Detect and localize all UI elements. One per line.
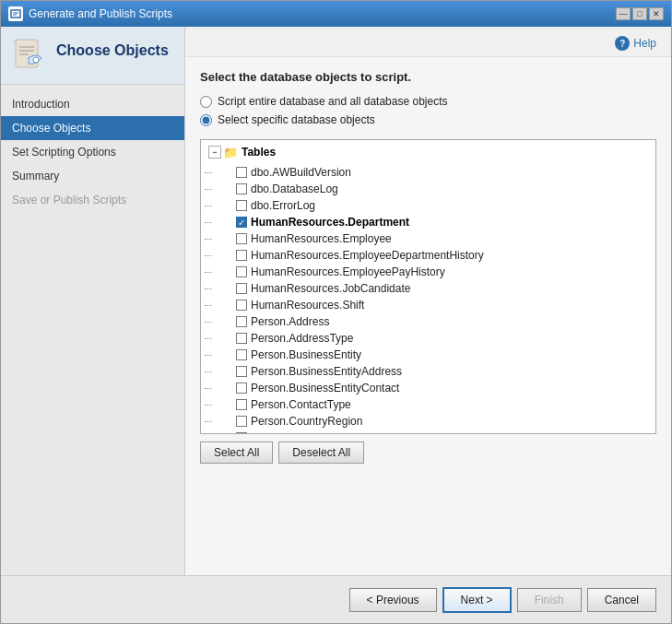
select-all-button[interactable]: Select All [200, 442, 273, 464]
tree-item-label: Person.AddressType [251, 332, 353, 345]
tree-items: dbo.AWBuildVersion dbo.DatabaseLog dbo.E… [201, 164, 655, 434]
tables-label: Tables [242, 146, 276, 159]
title-bar-icon [8, 6, 23, 21]
tree-item-checkbox[interactable] [236, 333, 247, 344]
sidebar: Choose Objects Introduction Choose Objec… [1, 27, 185, 575]
tree-item-label: Person.BusinessEntity [251, 348, 361, 361]
tree-item[interactable]: HumanResources.JobCandidate [201, 280, 655, 297]
tree-item-checkbox[interactable] [236, 383, 247, 394]
sidebar-item-choose-objects[interactable]: Choose Objects [1, 116, 184, 140]
folder-icon: 📁 [223, 146, 238, 159]
radio-option-all[interactable]: Script entire database and all database … [200, 95, 656, 108]
tree-item[interactable]: Person.EmailAddress [201, 430, 655, 434]
tree-item[interactable]: HumanResources.EmployeeDepartmentHistory [201, 247, 655, 264]
tree-item-checkbox[interactable] [236, 283, 247, 294]
title-bar-controls: — □ ✕ [616, 7, 664, 20]
main-content: Select the database objects to script. S… [185, 57, 671, 575]
footer: < Previous Next > Finish Cancel [1, 575, 671, 623]
sidebar-item-save-publish: Save or Publish Scripts [1, 188, 184, 212]
tree-item[interactable]: Person.CountryRegion [201, 413, 655, 430]
title-bar: Generate and Publish Scripts — □ ✕ [1, 1, 671, 27]
sidebar-header-icon [10, 38, 47, 75]
tree-node-tables[interactable]: − 📁 Tables [201, 144, 655, 160]
tree-container[interactable]: − 📁 Tables dbo.AWBuildVersion [200, 139, 656, 434]
tree-root: − 📁 Tables [201, 140, 655, 164]
close-button[interactable]: ✕ [649, 7, 664, 20]
expand-tables-icon[interactable]: − [208, 146, 221, 159]
help-icon: ? [615, 36, 630, 51]
tree-item-label: Person.EmailAddress [251, 431, 357, 434]
buttons-row: Select All Deselect All [200, 442, 656, 464]
tree-item-checkbox[interactable] [236, 300, 247, 311]
tree-item-label: HumanResources.Shift [251, 299, 364, 312]
tree-item[interactable]: Person.ContactType [201, 396, 655, 413]
sidebar-item-summary[interactable]: Summary [1, 164, 184, 188]
tree-item[interactable]: Person.AddressType [201, 330, 655, 347]
tree-item[interactable]: Person.BusinessEntityContact [201, 380, 655, 396]
next-button[interactable]: Next > [442, 587, 512, 613]
sidebar-title: Choose Objects [56, 41, 169, 59]
tree-item-label: HumanResources.Department [251, 216, 409, 229]
tree-item-checkbox[interactable] [236, 266, 247, 277]
tree-item-checkbox[interactable] [236, 432, 247, 434]
title-bar-text: Generate and Publish Scripts [29, 7, 616, 20]
tree-item[interactable]: dbo.DatabaseLog [201, 181, 655, 197]
sidebar-item-introduction[interactable]: Introduction [1, 92, 184, 116]
tree-item-label: Person.CountryRegion [251, 415, 362, 428]
radio-specific-label: Select specific database objects [218, 113, 375, 126]
tree-item-label: HumanResources.Employee [251, 232, 392, 245]
tree-item-label: dbo.ErrorLog [251, 199, 315, 212]
tree-item-checkbox[interactable] [236, 416, 247, 427]
radio-group: Script entire database and all database … [200, 95, 656, 126]
tree-item-checkbox[interactable] [236, 399, 247, 410]
tree-item[interactable]: dbo.AWBuildVersion [201, 164, 655, 181]
help-label: Help [633, 37, 656, 50]
sidebar-item-set-scripting-options[interactable]: Set Scripting Options [1, 140, 184, 164]
main-header: ? Help [185, 27, 671, 57]
tree-item-checkbox[interactable] [236, 183, 247, 194]
finish-button: Finish [517, 588, 582, 612]
previous-button[interactable]: < Previous [349, 588, 437, 612]
radio-all[interactable] [200, 96, 212, 108]
maximize-button[interactable]: □ [632, 7, 647, 20]
tree-item-checkbox[interactable] [236, 316, 247, 327]
tree-item[interactable]: Person.Address [201, 313, 655, 330]
tree-item[interactable]: Person.BusinessEntityAddress [201, 363, 655, 380]
radio-all-label: Script entire database and all database … [218, 95, 448, 108]
main-panel: ? Help Select the database objects to sc… [185, 27, 671, 575]
tree-item-label: dbo.AWBuildVersion [251, 166, 351, 179]
help-link[interactable]: ? Help [615, 36, 656, 51]
radio-specific[interactable] [200, 114, 212, 126]
tree-item-checkbox[interactable] [236, 250, 247, 261]
tree-item-checkbox[interactable] [236, 349, 247, 360]
tree-item-label: HumanResources.JobCandidate [251, 282, 410, 295]
tree-item-checkbox[interactable] [236, 167, 247, 178]
tree-item-label: Person.BusinessEntityContact [251, 382, 399, 394]
tree-item[interactable]: HumanResources.Employee [201, 230, 655, 247]
main-window: Generate and Publish Scripts — □ ✕ [0, 0, 672, 624]
deselect-all-button[interactable]: Deselect All [278, 442, 364, 464]
tree-item-label: HumanResources.EmployeePayHistory [251, 265, 445, 278]
tree-item[interactable]: ✓ HumanResources.Department [201, 214, 655, 230]
section-title: Select the database objects to script. [200, 70, 656, 84]
tree-item-checkbox[interactable] [236, 366, 247, 377]
tree-item-label: Person.Address [251, 315, 329, 328]
tree-item[interactable]: HumanResources.Shift [201, 297, 655, 313]
tree-item[interactable]: dbo.ErrorLog [201, 197, 655, 214]
cancel-button[interactable]: Cancel [587, 588, 656, 612]
radio-option-specific[interactable]: Select specific database objects [200, 113, 656, 126]
tree-item-label: dbo.DatabaseLog [251, 182, 338, 195]
tree-item-label: HumanResources.EmployeeDepartmentHistory [251, 249, 484, 262]
svg-rect-0 [11, 10, 20, 18]
minimize-button[interactable]: — [616, 7, 631, 20]
tree-item-label: Person.BusinessEntityAddress [251, 365, 402, 378]
content-area: Choose Objects Introduction Choose Objec… [1, 27, 671, 575]
tree-item-checkbox[interactable] [236, 233, 247, 244]
tree-item[interactable]: Person.BusinessEntity [201, 347, 655, 363]
tree-item-checkbox[interactable] [236, 200, 247, 211]
sidebar-nav: Introduction Choose Objects Set Scriptin… [1, 85, 184, 575]
sidebar-header: Choose Objects [1, 27, 184, 85]
svg-point-7 [33, 57, 39, 63]
tree-item-checkbox[interactable]: ✓ [236, 217, 247, 228]
tree-item[interactable]: HumanResources.EmployeePayHistory [201, 264, 655, 280]
